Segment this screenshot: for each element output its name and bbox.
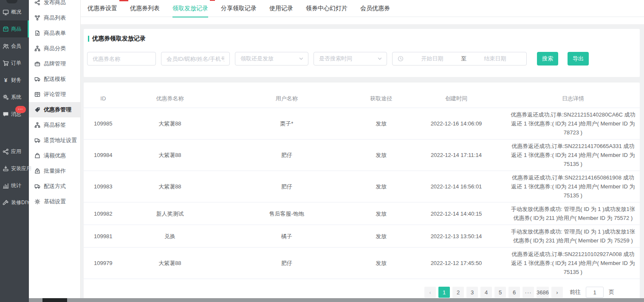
tab[interactable]: 优惠券列表 bbox=[130, 0, 160, 17]
prev-page-button[interactable]: ‹ bbox=[424, 287, 436, 298]
table-row: 109983 大紫薯88 肥仔 发放 2022-12-14 16:56:01 优… bbox=[84, 171, 640, 202]
coupon-name-input[interactable] bbox=[87, 52, 156, 66]
secondary-nav-item[interactable]: 评论管理 bbox=[29, 87, 80, 102]
cell-user-name: 肥仔 bbox=[217, 259, 356, 268]
secondary-nav-item[interactable]: 优惠券管理 bbox=[29, 102, 80, 117]
time-filter-placeholder: 是否搜索时间 bbox=[319, 55, 352, 63]
page-button[interactable]: 5 bbox=[494, 287, 506, 298]
tab[interactable]: 会员优惠券 bbox=[360, 0, 390, 17]
truck-icon bbox=[34, 76, 40, 82]
tab[interactable]: 领券中心幻灯片 bbox=[306, 0, 347, 17]
goto-label: 前往 bbox=[570, 288, 581, 296]
cell-created-time: 2022-12-13 13:50:14 bbox=[406, 232, 506, 241]
finance-icon: ¥ bbox=[3, 77, 9, 83]
secondary-nav-item[interactable]: 品牌管理 bbox=[29, 56, 80, 71]
diy-icon bbox=[3, 199, 9, 206]
secondary-nav-item[interactable]: 商品列表 bbox=[29, 10, 80, 26]
page-button[interactable]: 2 bbox=[452, 287, 464, 298]
page-buttons: 1 2 3 4 5 6 ··· 3686 bbox=[438, 287, 549, 298]
page-button[interactable]: 6 bbox=[508, 287, 520, 298]
table-row: 109981 兑换 橘子 发放 2022-12-13 13:50:14 手动发放… bbox=[84, 225, 640, 248]
primary-nav-item[interactable]: 会员 bbox=[0, 37, 29, 54]
brand-icon bbox=[34, 61, 40, 67]
primary-nav-item[interactable]: 订单 bbox=[0, 54, 29, 71]
tab[interactable]: 领取发放记录 bbox=[172, 0, 208, 17]
secondary-nav-item[interactable]: 商品表单 bbox=[29, 26, 80, 41]
search-card: 优惠券领取发放记录 领取还是发放 是否搜索时间 开始日期 bbox=[84, 29, 640, 77]
secondary-nav-label: 商品标签 bbox=[44, 121, 66, 129]
publish-icon bbox=[34, 0, 40, 6]
primary-nav-item[interactable]: 商品 bbox=[0, 20, 29, 37]
secondary-nav-label: 批量操作 bbox=[44, 167, 66, 175]
export-button[interactable]: 导出 bbox=[568, 52, 589, 66]
secondary-nav-label: 评论管理 bbox=[44, 91, 66, 98]
stats-icon bbox=[3, 182, 9, 189]
secondary-nav-item[interactable]: 配送方式 bbox=[29, 179, 80, 194]
primary-nav-item[interactable]: 系统 bbox=[0, 88, 29, 105]
cell-channel: 发放 bbox=[356, 151, 406, 160]
scrollbar-thumb[interactable] bbox=[42, 298, 67, 302]
apps-icon bbox=[3, 148, 9, 155]
next-page-button[interactable]: › bbox=[551, 287, 563, 298]
primary-nav-label: 订单 bbox=[11, 60, 21, 67]
goto-page-input[interactable] bbox=[586, 287, 604, 298]
orders-icon bbox=[3, 60, 9, 66]
comment-icon bbox=[34, 91, 40, 97]
date-range-picker[interactable]: 开始日期 至 结束日期 bbox=[392, 52, 527, 66]
top-cutoff-artifact bbox=[210, 0, 215, 1]
primary-nav-item[interactable]: 装修DIY bbox=[0, 194, 29, 211]
cell-created-time: 2022-12-16 14:06:09 bbox=[406, 119, 506, 128]
primary-nav-item[interactable]: 应用 bbox=[0, 143, 29, 160]
cell-channel: 发放 bbox=[356, 232, 406, 241]
secondary-nav-item[interactable]: 批量操作 bbox=[29, 163, 80, 179]
cell-coupon-name: 兑换 bbox=[123, 232, 217, 241]
primary-nav-item[interactable]: ¥ 财务 bbox=[0, 71, 29, 88]
tab-label: 领取发放记录 bbox=[172, 5, 208, 12]
date-separator: 至 bbox=[461, 55, 466, 63]
secondary-nav-item[interactable]: 满额优惠 bbox=[29, 148, 80, 163]
primary-nav-item[interactable]: 消息 ··· bbox=[0, 105, 29, 123]
page-button[interactable]: ··· bbox=[523, 287, 534, 298]
tab-label: 优惠券设置 bbox=[88, 5, 117, 12]
tab[interactable]: 优惠券设置 bbox=[88, 0, 117, 17]
cell-id: 109985 bbox=[84, 119, 123, 128]
horizontal-scrollbar[interactable] bbox=[29, 298, 644, 302]
secondary-nav-item[interactable]: 商品标签 bbox=[29, 117, 80, 133]
table-row: 109982 新人奖测试 售后客服-饱饱 发放 2022-12-14 14:40… bbox=[84, 202, 640, 225]
grant-type-select[interactable]: 领取还是发放 bbox=[235, 52, 308, 66]
cell-log-detail: 优惠券返还成功,订单:SN221210102927A008 成功返还 1 张优惠… bbox=[506, 250, 640, 276]
cell-id: 109979 bbox=[84, 259, 123, 268]
section-title: 优惠券领取发放记录 bbox=[88, 35, 640, 43]
page-button[interactable]: 4 bbox=[480, 287, 492, 298]
cell-log-detail: 优惠券返还成功,订单:SN221214170665A331 成功返还 1 张优惠… bbox=[506, 142, 640, 168]
primary-nav-item[interactable]: 概况 bbox=[0, 3, 29, 20]
tab-label: 分享领取记录 bbox=[221, 5, 257, 12]
secondary-nav-item[interactable]: 发布商品 bbox=[29, 0, 80, 10]
page-button[interactable]: 3686 bbox=[537, 287, 549, 298]
page-button[interactable]: 1 bbox=[438, 287, 450, 298]
member-search-input[interactable] bbox=[161, 52, 230, 66]
secondary-nav-item[interactable]: 配送模板 bbox=[29, 71, 80, 87]
page-unit-label: 页 bbox=[609, 288, 614, 296]
search-button[interactable]: 搜索 bbox=[537, 52, 558, 66]
table-row: 109985 大紫薯88 栗子* 发放 2022-12-16 14:06:09 … bbox=[84, 108, 640, 140]
chevron-down-icon bbox=[299, 56, 304, 61]
time-filter-select[interactable]: 是否搜索时间 bbox=[314, 52, 387, 66]
secondary-nav-label: 品牌管理 bbox=[44, 60, 66, 68]
primary-nav-item[interactable]: 统计 bbox=[0, 177, 29, 194]
secondary-nav-item[interactable]: 基础设置 bbox=[29, 194, 80, 209]
page-button[interactable]: 3 bbox=[466, 287, 478, 298]
unread-badge: ··· bbox=[15, 106, 26, 113]
cell-coupon-name: 大紫薯88 bbox=[123, 182, 217, 191]
tab[interactable]: 分享领取记录 bbox=[221, 0, 257, 17]
secondary-nav-item[interactable]: 商品分类 bbox=[29, 41, 80, 56]
tab[interactable]: 使用记录 bbox=[269, 0, 293, 17]
secondary-nav: 发布商品 商品列表 商品表单 商品分类 品牌管理 bbox=[29, 0, 80, 209]
goods-icon bbox=[3, 26, 9, 32]
secondary-nav-label: 优惠券管理 bbox=[44, 106, 71, 114]
secondary-nav-item[interactable]: 退货地址设置 bbox=[29, 133, 80, 148]
logo-cutoff bbox=[6, 0, 17, 3]
primary-nav-item[interactable]: 安装应用 bbox=[0, 160, 29, 177]
cell-id: 109982 bbox=[84, 209, 123, 218]
category-icon bbox=[34, 46, 40, 51]
